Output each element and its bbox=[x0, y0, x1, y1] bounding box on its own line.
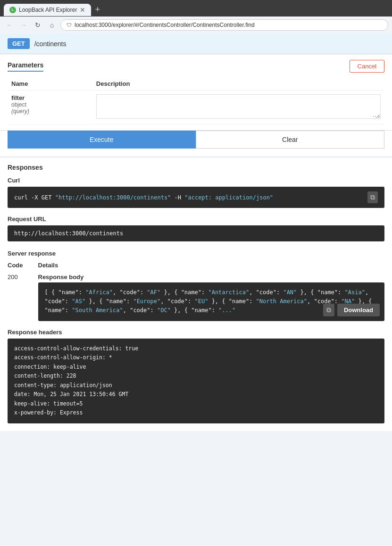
param-location: (query) bbox=[11, 108, 89, 115]
endpoint-header: GET /continents bbox=[0, 33, 392, 54]
forward-button[interactable]: → bbox=[18, 19, 29, 31]
tab-bar: L LoopBack API Explorer ✕ + bbox=[4, 3, 388, 17]
curl-label: Curl bbox=[0, 175, 392, 187]
request-url-text: http://localhost:3000/continents bbox=[14, 230, 123, 237]
method-badge: GET bbox=[8, 38, 30, 49]
filter-param-row: filter object (query) ... bbox=[8, 91, 384, 124]
download-button[interactable]: Download bbox=[337, 304, 380, 316]
new-tab-button[interactable]: + bbox=[93, 3, 102, 17]
header-x-powered-by: x-powered-by: Express bbox=[14, 408, 378, 418]
clear-button[interactable]: Clear bbox=[196, 131, 385, 149]
header-acao: access-control-allow-origin: * bbox=[14, 353, 378, 363]
textarea-resize-handle: ... bbox=[373, 111, 379, 118]
server-response-label: Server response bbox=[0, 247, 392, 260]
textarea-container: ... bbox=[96, 94, 381, 120]
col-name: Name bbox=[8, 77, 92, 91]
responses-section: Responses Curl curl -X GET "http://local… bbox=[0, 158, 392, 431]
response-body-copy-button[interactable]: ⧉ bbox=[323, 304, 334, 316]
filter-textarea[interactable] bbox=[96, 94, 381, 119]
curl-flag: -H bbox=[171, 194, 184, 201]
parameters-section: Parameters Cancel Name Description filte… bbox=[0, 54, 392, 156]
home-button[interactable]: ⌂ bbox=[46, 19, 58, 31]
response-table: Code Details 200 Response body [ { "name… bbox=[0, 260, 392, 324]
response-body-label: Response body bbox=[38, 273, 385, 281]
browser-chrome: L LoopBack API Explorer ✕ + bbox=[0, 0, 392, 17]
header-content-length: content-length: 228 bbox=[14, 372, 378, 381]
curl-copy-button[interactable]: ⧉ bbox=[367, 191, 378, 203]
response-details: Response body [ { "name": "Africa", "cod… bbox=[31, 271, 392, 324]
main-content: GET /continents Parameters Cancel Name D… bbox=[0, 33, 392, 431]
param-type: object bbox=[11, 101, 89, 108]
request-url-box: http://localhost:3000/continents bbox=[8, 225, 384, 241]
curl-box: curl -X GET "http://localhost:3000/conti… bbox=[8, 187, 384, 208]
responses-title: Responses bbox=[0, 158, 392, 175]
action-buttons: Execute Clear bbox=[0, 131, 392, 149]
refresh-button[interactable]: ↻ bbox=[32, 19, 43, 31]
details-col-header: Details bbox=[31, 260, 392, 271]
response-row: 200 Response body [ { "name": "Africa", … bbox=[0, 271, 392, 324]
curl-command: curl -X GET bbox=[14, 194, 55, 201]
params-header: Parameters Cancel bbox=[8, 60, 384, 73]
response-code: 200 bbox=[0, 271, 31, 324]
code-col-header: Code bbox=[0, 260, 31, 271]
curl-text: curl -X GET "http://localhost:3000/conti… bbox=[14, 194, 273, 201]
curl-url: "http://localhost:3000/continents" bbox=[55, 194, 171, 201]
active-tab[interactable]: L LoopBack API Explorer ✕ bbox=[4, 4, 91, 16]
cancel-button[interactable]: Cancel bbox=[350, 60, 384, 73]
header-content-type: content-type: application/json bbox=[14, 381, 378, 390]
tab-close-button[interactable]: ✕ bbox=[80, 7, 85, 13]
params-title: Parameters bbox=[8, 61, 43, 72]
header-connection: connection: keep-alive bbox=[14, 363, 378, 372]
curl-header: "accept: application/json" bbox=[184, 194, 273, 201]
response-body-container: [ { "name": "Africa", "code": "AF" }, { … bbox=[38, 282, 385, 321]
endpoint-path: /continents bbox=[34, 40, 67, 48]
params-container: Parameters Cancel Name Description filte… bbox=[0, 54, 392, 131]
execute-button[interactable]: Execute bbox=[8, 131, 196, 149]
address-text: localhost:3000/explorer/#/ContinentsCont… bbox=[75, 22, 255, 28]
param-name: filter bbox=[11, 94, 89, 101]
request-url-label: Request URL bbox=[0, 214, 392, 225]
tab-favicon: L bbox=[9, 7, 16, 13]
header-keep-alive: keep-alive: timeout=5 bbox=[14, 399, 378, 409]
response-actions: ⧉ Download bbox=[323, 304, 380, 316]
address-bar[interactable]: 🛡 localhost:3000/explorer/#/ContinentsCo… bbox=[60, 19, 388, 31]
shield-icon: 🛡 bbox=[67, 22, 72, 28]
response-headers-box: access-control-allow-credentials: true a… bbox=[8, 339, 384, 423]
col-description: Description bbox=[92, 77, 384, 91]
tab-label: LoopBack API Explorer bbox=[19, 7, 77, 13]
browser-toolbar: ← → ↻ ⌂ 🛡 localhost:3000/explorer/#/Cont… bbox=[0, 17, 392, 33]
header-date: date: Mon, 25 Jan 2021 13:50:46 GMT bbox=[14, 390, 378, 399]
response-headers-label: Response headers bbox=[0, 324, 392, 339]
params-table: Name Description filter object (query) bbox=[8, 77, 384, 124]
back-button[interactable]: ← bbox=[4, 19, 15, 31]
header-acac: access-control-allow-credentials: true bbox=[14, 344, 378, 354]
